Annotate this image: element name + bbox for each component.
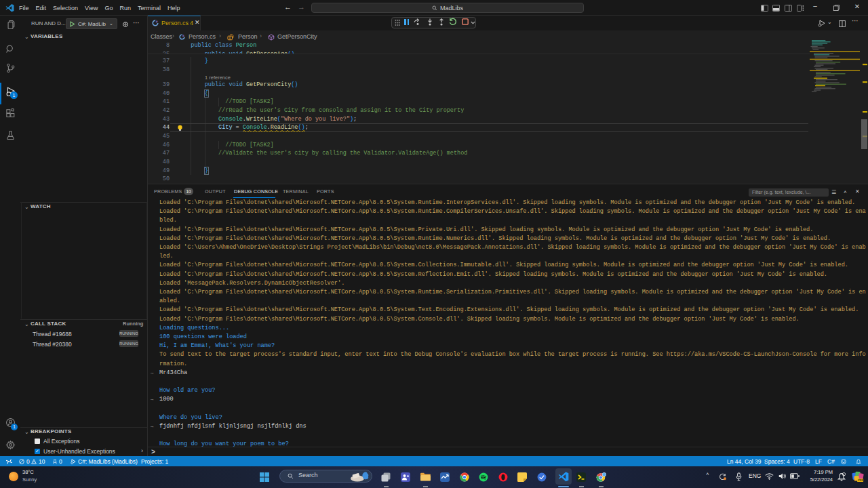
svg-text:PRE: PRE [858, 479, 864, 482]
svg-text:#: # [156, 20, 158, 24]
